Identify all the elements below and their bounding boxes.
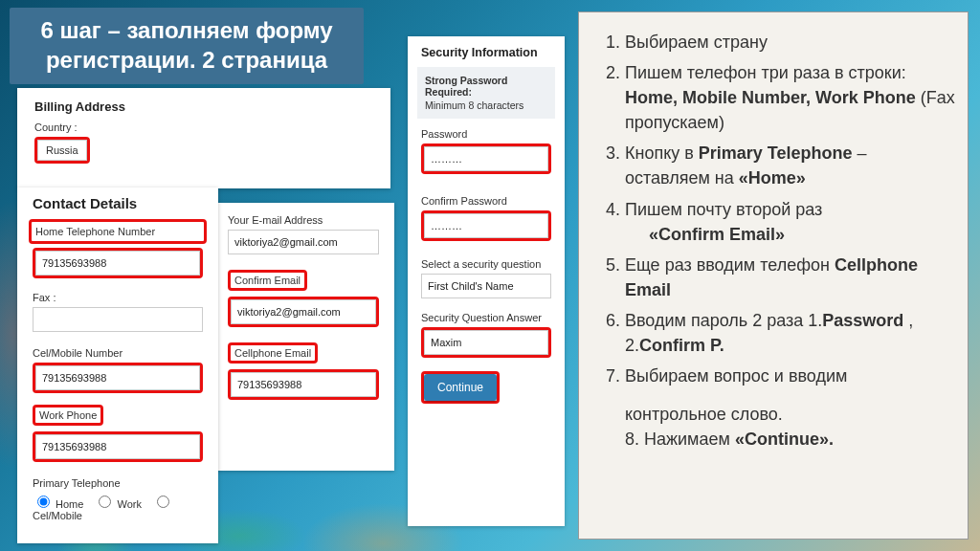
step-7-extra: контрольное слово. — [625, 402, 956, 427]
cellphone-email-label: Cellphone Email — [234, 347, 311, 359]
instructions-box: Выбираем страну Пишем телефон три раза в… — [578, 11, 969, 540]
security-panel: Security Information Strong Password Req… — [408, 36, 565, 526]
mobile-input[interactable] — [35, 365, 200, 390]
contact-panel-left: Contact Details Home Telephone Number Fa… — [17, 187, 218, 543]
confirm-email-label: Confirm Email — [234, 275, 301, 286]
contact-panel-right: Your E-mail Address Confirm Email Cellph… — [212, 203, 394, 471]
country-highlight: Russia — [34, 137, 90, 164]
confirm-password-input[interactable] — [424, 213, 548, 238]
security-header: Security Information — [421, 46, 551, 59]
password-hint-title: Strong Password Required: — [425, 75, 547, 98]
password-hint-body: Minimum 8 characters — [425, 99, 523, 111]
billing-panel: Billing Address Country : Russia — [17, 88, 390, 188]
country-label: Country : — [34, 121, 373, 133]
work-phone-input[interactable] — [35, 434, 200, 459]
work-phone-label: Work Phone — [39, 409, 97, 421]
email-input[interactable] — [228, 230, 379, 254]
contact-header: Contact Details — [33, 195, 203, 211]
confirm-password-label: Confirm Password — [421, 195, 551, 207]
password-label: Password — [421, 128, 551, 140]
billing-header: Billing Address — [34, 99, 373, 114]
step-8: 8. Нажимаем «Continue». — [625, 427, 956, 452]
cellphone-email-input[interactable] — [231, 372, 376, 397]
step-3: Кнопку в Primary Telephone – оставляем н… — [625, 141, 956, 190]
step-4: Пишем почту второй раз «Confirm Email» — [625, 197, 956, 247]
email-label: Your E-mail Address — [228, 214, 379, 226]
step-2: Пишем телефон три раза в строки: Home, M… — [625, 60, 956, 135]
security-question-label: Select a security question — [421, 258, 551, 270]
confirm-email-input[interactable] — [231, 299, 376, 324]
instruction-list: Выбираем страну Пишем телефон три раза в… — [604, 30, 956, 388]
primary-phone-radio-group: Home Work Cel/Mobile — [33, 493, 203, 521]
home-phone-input[interactable] — [35, 251, 200, 276]
step-6: Вводим пароль 2 раза 1.Password , 2.Conf… — [625, 308, 956, 358]
country-value[interactable]: Russia — [37, 140, 87, 161]
radio-home[interactable]: Home — [33, 498, 83, 510]
password-input[interactable] — [424, 146, 548, 171]
mobile-label: Cel/Mobile Number — [33, 347, 203, 359]
security-answer-label: Security Question Answer — [421, 312, 551, 323]
fax-label: Fax : — [33, 292, 203, 303]
step-5: Еще раз вводим телефон Cellphone Email — [625, 253, 956, 302]
security-answer-input[interactable] — [424, 330, 548, 355]
step-7: Выбираем вопрос и вводим — [625, 364, 956, 388]
password-hint-box: Strong Password Required: Minimum 8 char… — [417, 67, 555, 119]
security-question-select[interactable] — [421, 274, 551, 298]
home-phone-label: Home Telephone Number — [35, 226, 200, 237]
step-1: Выбираем страну — [625, 30, 956, 55]
slide-title: 6 шаг – заполняем форму регистрации. 2 с… — [10, 8, 364, 84]
fax-input[interactable] — [33, 307, 203, 332]
primary-phone-label: Primary Telephone — [33, 477, 203, 489]
continue-button[interactable]: Continue — [424, 374, 497, 401]
radio-work[interactable]: Work — [94, 498, 142, 510]
